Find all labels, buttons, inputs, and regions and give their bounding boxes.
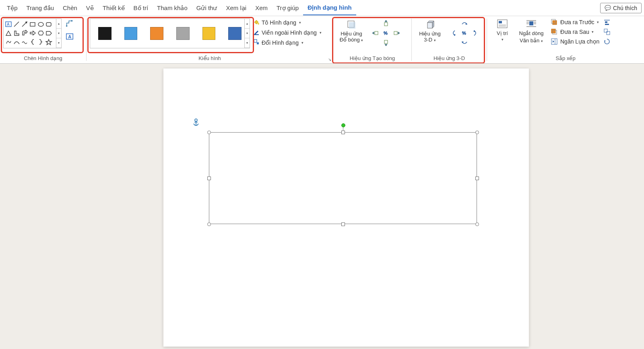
bring-forward-button[interactable]: Đưa ra Trước ▾	[551, 19, 599, 26]
svg-rect-16	[384, 23, 388, 26]
selection-pane-button[interactable]: Ngăn Lựa chọn	[551, 38, 599, 45]
rounded-rect-icon	[45, 21, 52, 28]
tilt-down[interactable]	[460, 38, 469, 47]
tilt-center-icon[interactable]: %	[460, 29, 469, 37]
svg-text:A: A	[68, 34, 71, 39]
shadow-nudge-grid: %	[370, 19, 402, 48]
menu-mailings[interactable]: Gửi thư	[192, 1, 222, 15]
shadow-btn-l2: Đổ bóng	[340, 37, 360, 43]
svg-rect-30	[551, 29, 555, 33]
nudge-shadow-right[interactable]	[392, 29, 401, 37]
shadow-btn-l1: Hiệu ứng	[341, 31, 362, 37]
style-swatch-5[interactable]	[202, 27, 216, 40]
position-button[interactable]: Vị trí ▾	[490, 19, 514, 42]
nudge-shadow-up[interactable]	[381, 19, 391, 28]
style-swatch-2[interactable]	[124, 27, 138, 40]
ribbon: A	[0, 16, 644, 64]
group-insert-shapes: A	[0, 16, 86, 63]
edit-shape-button[interactable]	[64, 19, 75, 29]
pentagon-arrow-icon	[45, 30, 52, 37]
menu-file[interactable]: Tệp	[2, 1, 22, 15]
menu-draw[interactable]: Vẽ	[82, 1, 98, 15]
threed-tilt-grid: %	[449, 19, 480, 48]
menu-design[interactable]: Thiết kế	[98, 1, 129, 15]
tilt-up[interactable]	[460, 19, 469, 28]
svg-rect-28	[553, 21, 557, 25]
line-arrow-icon	[21, 21, 28, 28]
tilt-right[interactable]	[470, 29, 480, 37]
nudge-shadow-down[interactable]	[381, 38, 391, 47]
menu-shape-format[interactable]: Định dạng hình	[303, 1, 356, 15]
edit-shape-icon	[65, 19, 74, 28]
curve-icon	[13, 39, 20, 46]
line-icon	[13, 21, 20, 28]
gallery-scroll[interactable]: ▴▾▾	[56, 19, 61, 48]
u-turn-arrow-icon	[21, 30, 28, 37]
svg-line-3	[22, 22, 27, 27]
rectangle-icon	[29, 21, 36, 28]
bring-forward-label: Đưa ra Trước	[560, 19, 594, 25]
group-label-insert-shapes: Chèn Hình dạng	[3, 54, 83, 63]
menu-insert[interactable]: Chèn	[58, 1, 82, 15]
menu-view[interactable]: Xem	[251, 1, 272, 15]
rotate-button[interactable]	[603, 38, 611, 45]
svg-line-2	[14, 22, 19, 27]
comments-button[interactable]: 💬 Chú thích	[600, 3, 642, 13]
wave-icon	[21, 39, 28, 46]
svg-text:%: %	[384, 31, 388, 35]
wrap-text-icon	[525, 19, 537, 29]
svg-rect-20	[384, 40, 388, 44]
nudge-shadow-left[interactable]	[371, 29, 380, 37]
svg-rect-36	[605, 24, 609, 25]
oval-icon	[37, 21, 44, 28]
chevron-down-icon: ▾	[502, 37, 504, 42]
style-swatch-3[interactable]	[150, 27, 163, 40]
group-icon	[603, 28, 611, 35]
align-button[interactable]	[603, 19, 611, 26]
style-gallery-scroll[interactable]: ▴▾▾	[244, 19, 250, 48]
wrap-l1: Ngắt dòng	[519, 30, 544, 36]
star-icon	[45, 39, 52, 46]
shadow-center-icon[interactable]: %	[381, 29, 391, 37]
send-backward-icon	[551, 28, 558, 35]
send-backward-button[interactable]: Đưa ra Sau ▾	[551, 28, 599, 35]
l-shape-icon	[13, 30, 20, 37]
chevron-down-icon: ▾	[541, 39, 543, 43]
group-arrange: Vị trí ▾ Ngắt dòng Văn bản ▾ Đưa ra Trướ…	[487, 16, 644, 63]
svg-point-8	[71, 20, 73, 22]
draw-textbox-button[interactable]: A	[64, 31, 75, 42]
menu-review[interactable]: Xem lại	[221, 1, 251, 15]
svg-rect-4	[30, 23, 35, 26]
chevron-down-icon: ▾	[299, 21, 301, 25]
bring-forward-icon	[551, 19, 558, 26]
position-icon	[496, 19, 508, 29]
shape-outline-button[interactable]: Viền ngoài Hình dạng ▾	[253, 29, 322, 36]
style-swatch-4[interactable]	[176, 27, 190, 40]
style-swatch-6[interactable]	[228, 27, 242, 40]
menu-help[interactable]: Trợ giúp	[272, 1, 303, 15]
shadow-effects-button[interactable]: Hiệu ứng Đổ bóng ▾	[336, 19, 366, 43]
dialog-launcher-icon[interactable]: ↘	[328, 57, 331, 62]
menu-home[interactable]: Trang đầu	[22, 1, 58, 15]
group-button[interactable]	[603, 28, 611, 35]
svg-rect-17	[375, 31, 378, 35]
style-gallery[interactable]: ▴▾▾	[90, 19, 250, 48]
tilt-left[interactable]	[449, 29, 459, 37]
freeform-icon	[5, 39, 12, 46]
style-swatch-1[interactable]	[98, 27, 111, 40]
wrap-text-button[interactable]: Ngắt dòng Văn bản ▾	[517, 19, 546, 44]
comments-label: Chú thích	[613, 5, 637, 11]
menu-references[interactable]: Tham khảo	[153, 1, 192, 15]
svg-rect-35	[605, 21, 607, 23]
shapes-gallery[interactable]: A	[3, 19, 62, 48]
change-shape-button[interactable]: Đổi Hình dạng ▾	[253, 39, 322, 46]
svg-text:%: %	[462, 31, 466, 35]
threed-effects-button[interactable]: Hiệu ứng 3-D ▾	[415, 19, 445, 43]
pen-icon	[253, 29, 260, 36]
svg-rect-38	[607, 31, 610, 35]
comment-icon: 💬	[605, 5, 611, 11]
menu-layout[interactable]: Bố trí	[129, 1, 153, 15]
svg-rect-6	[46, 23, 51, 26]
shape-fill-button[interactable]: Tô Hình dạng ▾	[253, 19, 322, 26]
svg-text:A: A	[7, 22, 10, 27]
